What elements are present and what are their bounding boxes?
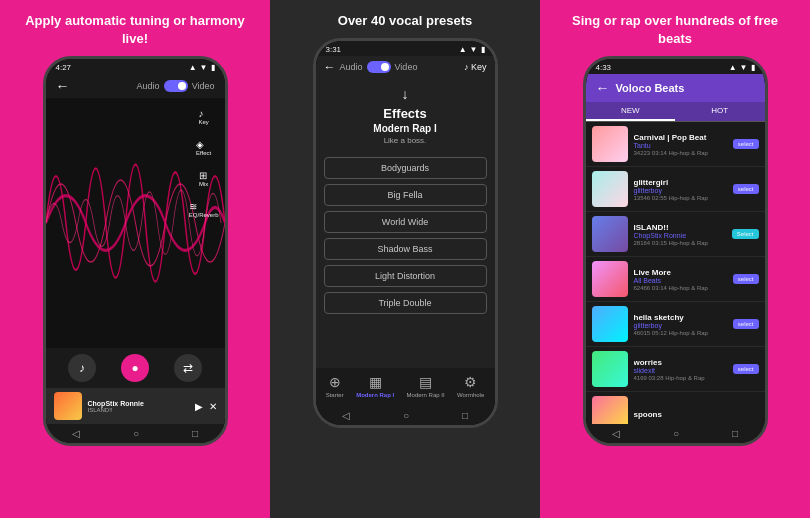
screen-middle: 3:31 ▲ ▼ ▮ ← Audio Video ♪ Key	[316, 41, 495, 425]
back-arrow-middle[interactable]: ←	[324, 60, 336, 74]
play-btn[interactable]: ▶	[195, 401, 203, 412]
eq-control[interactable]: ≋ EQ/Reverb	[189, 201, 219, 218]
back-arrow-left[interactable]: ←	[56, 78, 70, 94]
beat-select-4[interactable]: select	[733, 319, 759, 329]
beat-select-5[interactable]: select	[733, 364, 759, 374]
effect-btn-3[interactable]: Shadow Bass	[324, 238, 487, 260]
effect-icon: ◈	[196, 139, 211, 150]
effects-title: Effects	[324, 106, 487, 121]
phone-nav-middle: ◁ ○ □	[316, 406, 495, 425]
preset-starter[interactable]: ⊕ Starter	[326, 374, 344, 398]
recents-nav-middle[interactable]: □	[462, 410, 468, 421]
recents-nav-right[interactable]: □	[732, 428, 738, 439]
beat-info-6: spoons	[634, 410, 759, 419]
np-title: ChopStix Ronnie	[88, 400, 189, 407]
status-icons-middle: ▲ ▼ ▮	[459, 45, 485, 54]
effect-control[interactable]: ◈ Effect	[196, 139, 211, 156]
effect-btn-5[interactable]: Triple Double	[324, 292, 487, 314]
tab-hot[interactable]: HOT	[675, 102, 765, 121]
beat-meta-4: 46015 05:12 Hip-hop & Rap	[634, 330, 727, 336]
beat-select-2[interactable]: Select	[732, 229, 759, 239]
close-btn[interactable]: ✕	[209, 401, 217, 412]
record-btn[interactable]: ●	[121, 354, 149, 382]
preset-modern-rap2[interactable]: ▤ Modern Rap II	[407, 374, 445, 398]
beat-name-4: hella sketchy	[634, 313, 727, 322]
beat-thumb-3	[592, 261, 628, 297]
beat-meta-3: 62466 03:14 Hip-hop & Rap	[634, 285, 727, 291]
preset-modern-rap1[interactable]: ▦ Modern Rap I	[356, 374, 394, 398]
status-bar-left: 4:27 ▲ ▼ ▮	[46, 59, 225, 74]
tab-new[interactable]: NEW	[586, 102, 676, 121]
toggle-left[interactable]	[164, 80, 188, 92]
mix-icon: ⊞	[199, 170, 208, 181]
signal-icon: ▲	[189, 63, 197, 72]
mix-control[interactable]: ⊞ Mix	[199, 170, 208, 187]
panel-right: Sing or rap over hundreds of free beats …	[540, 0, 810, 518]
beat-name-6: spoons	[634, 410, 759, 419]
battery-icon-r: ▮	[751, 63, 755, 72]
status-bar-right: 4:33 ▲ ▼ ▮	[586, 59, 765, 74]
back-arrow-right[interactable]: ←	[596, 80, 610, 96]
beat-meta-1: 13546 02:55 Hip-hop & Rap	[634, 195, 727, 201]
status-bar-middle: 3:31 ▲ ▼ ▮	[316, 41, 495, 56]
beat-item-5: worries slidexit 4169 03:28 Hip-hop & Ra…	[586, 347, 765, 392]
effect-btn-1[interactable]: Big Fella	[324, 184, 487, 206]
header-tabs-middle: Audio Video	[340, 61, 418, 73]
wifi-icon-r: ▼	[740, 63, 748, 72]
beat-select-3[interactable]: select	[733, 274, 759, 284]
signal-icon-m: ▲	[459, 45, 467, 54]
music-note-btn[interactable]: ♪	[68, 354, 96, 382]
beats-list: Carnival | Pop Beat Tantu 34223 03:14 Hi…	[586, 122, 765, 424]
beat-thumb-4	[592, 306, 628, 342]
beat-name-2: ISLAND!!	[634, 223, 726, 232]
beat-info-1: glittergirl glitterboy 13546 02:55 Hip-h…	[634, 178, 727, 201]
beat-thumb-0	[592, 126, 628, 162]
panel-left: Apply automatic tuning or harmony live! …	[0, 0, 270, 518]
recents-nav-left[interactable]: □	[192, 428, 198, 439]
effects-list: Bodyguards Big Fella World Wide Shadow B…	[324, 157, 487, 314]
audio-tab-left[interactable]: Audio	[137, 81, 160, 91]
down-arrow-icon[interactable]: ↓	[324, 86, 487, 102]
caption-middle: Over 40 vocal presets	[270, 0, 540, 38]
status-icons-left: ▲ ▼ ▮	[189, 63, 215, 72]
beat-item-3: Live More All Beats 62466 03:14 Hip-hop …	[586, 257, 765, 302]
effects-screen: ↓ Effects Modern Rap I Like a boss. Body…	[316, 78, 495, 368]
video-tab-left[interactable]: Video	[192, 81, 215, 91]
audio-tab-middle[interactable]: Audio	[340, 62, 363, 72]
preset-wormhole[interactable]: ⚙ Wormhole	[457, 374, 484, 398]
phone-nav-left: ◁ ○ □	[46, 424, 225, 443]
beat-item-1: glittergirl glitterboy 13546 02:55 Hip-h…	[586, 167, 765, 212]
beat-thumb-5	[592, 351, 628, 387]
time-left: 4:27	[56, 63, 72, 72]
back-nav-left[interactable]: ◁	[72, 428, 80, 439]
effect-btn-4[interactable]: Light Distortion	[324, 265, 487, 287]
beat-select-1[interactable]: select	[733, 184, 759, 194]
home-nav-right[interactable]: ○	[673, 428, 679, 439]
presets-bar: ⊕ Starter ▦ Modern Rap I ▤ Modern Rap II…	[316, 368, 495, 406]
beat-select-0[interactable]: select	[733, 139, 759, 149]
video-tab-middle[interactable]: Video	[395, 62, 418, 72]
effect-label: Effect	[196, 150, 211, 156]
preset-icons-row: ⊕ Starter ▦ Modern Rap I ▤ Modern Rap II…	[320, 374, 491, 398]
effect-btn-0[interactable]: Bodyguards	[324, 157, 487, 179]
beat-thumb-1	[592, 171, 628, 207]
beat-artist-0: Tantu	[634, 142, 727, 149]
home-nav-left[interactable]: ○	[133, 428, 139, 439]
beat-artist-3: All Beats	[634, 277, 727, 284]
beat-artist-1: glitterboy	[634, 187, 727, 194]
home-nav-middle[interactable]: ○	[403, 410, 409, 421]
key-label: Key	[198, 119, 208, 125]
back-nav-middle[interactable]: ◁	[342, 410, 350, 421]
beat-artist-5: slidexit	[634, 367, 727, 374]
modern-rap2-label: Modern Rap II	[407, 392, 445, 398]
effect-btn-2[interactable]: World Wide	[324, 211, 487, 233]
beats-tabs: NEW HOT	[586, 102, 765, 122]
phone-left: 4:27 ▲ ▼ ▮ ← Audio Video	[43, 56, 228, 446]
key-control[interactable]: ♪ Key	[198, 108, 208, 125]
back-nav-right[interactable]: ◁	[612, 428, 620, 439]
beat-name-3: Live More	[634, 268, 727, 277]
beat-artist-4: glitterboy	[634, 322, 727, 329]
switch-btn[interactable]: ⇄	[174, 354, 202, 382]
toggle-middle[interactable]	[367, 61, 391, 73]
now-playing: ChopStix Ronnie ISLAND!! ▶ ✕	[46, 388, 225, 424]
